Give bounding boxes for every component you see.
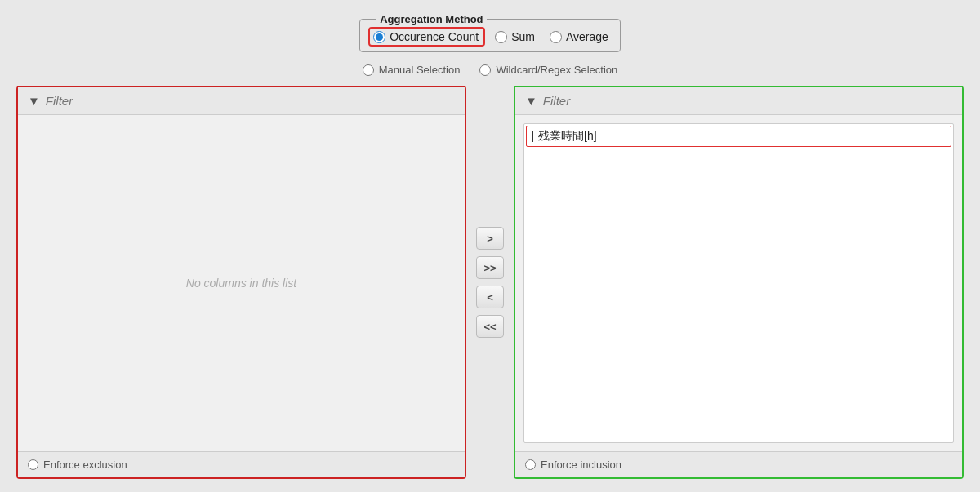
right-filter-input[interactable]: [543, 94, 952, 108]
selection-row: Manual Selection Wildcard/Regex Selectio…: [363, 64, 618, 76]
panels-area: ▼ No columns in this list Enforce exclus…: [16, 86, 964, 479]
list-item[interactable]: 残業時間[h]: [526, 126, 951, 147]
aggregation-radio-group: Occurence Count Sum Average: [372, 29, 608, 45]
selection-manual-input[interactable]: [363, 64, 374, 76]
selection-wildcard-input[interactable]: [479, 64, 491, 76]
left-empty-label: No columns in this list: [186, 277, 296, 290]
radio-sum-label: Sum: [511, 30, 535, 43]
right-panel-footer: Enforce inclusion: [515, 451, 962, 477]
aggregation-section: Aggregation Method Occurence Count Sum A…: [359, 13, 621, 52]
radio-sum[interactable]: Sum: [495, 30, 535, 43]
aggregation-fieldset: Aggregation Method Occurence Count Sum A…: [359, 13, 621, 52]
radio-occurrence-input[interactable]: [373, 31, 385, 43]
radio-average[interactable]: Average: [550, 30, 608, 43]
left-panel-footer: Enforce exclusion: [18, 451, 465, 477]
selection-wildcard[interactable]: Wildcard/Regex Selection: [479, 64, 617, 76]
right-panel: ▼ 残業時間[h] Enforce inclusion: [514, 86, 964, 479]
enforce-exclusion-label: Enforce exclusion: [43, 459, 127, 471]
middle-buttons: > >> < <<: [466, 86, 514, 479]
move-all-left-button[interactable]: <<: [476, 315, 504, 338]
left-filter-header: ▼: [18, 87, 465, 115]
list-item-text: 残業時間[h]: [538, 129, 597, 144]
left-panel: ▼ No columns in this list Enforce exclus…: [16, 86, 466, 479]
selection-manual[interactable]: Manual Selection: [363, 64, 461, 76]
radio-average-label: Average: [566, 30, 608, 43]
right-list-box[interactable]: 残業時間[h]: [523, 123, 954, 443]
enforce-inclusion-label: Enforce inclusion: [541, 459, 621, 471]
right-filter-icon: ▼: [525, 94, 537, 108]
cursor-bar: [532, 131, 533, 142]
selection-manual-label: Manual Selection: [379, 64, 461, 76]
radio-occurrence[interactable]: Occurence Count: [368, 27, 485, 47]
move-all-right-button[interactable]: >>: [476, 256, 504, 279]
radio-sum-input[interactable]: [495, 31, 507, 43]
right-panel-content: 残業時間[h]: [515, 115, 962, 451]
right-filter-header: ▼: [515, 87, 962, 115]
left-filter-input[interactable]: [46, 94, 455, 108]
aggregation-legend: Aggregation Method: [376, 13, 486, 25]
radio-occurrence-label: Occurence Count: [390, 30, 479, 43]
radio-average-input[interactable]: [550, 31, 562, 43]
enforce-inclusion-radio[interactable]: [525, 459, 536, 470]
left-panel-content: No columns in this list: [18, 115, 465, 451]
move-left-button[interactable]: <: [476, 286, 504, 308]
move-right-button[interactable]: >: [476, 227, 504, 250]
selection-wildcard-label: Wildcard/Regex Selection: [496, 64, 617, 76]
enforce-exclusion-radio[interactable]: [28, 459, 38, 470]
left-filter-icon: ▼: [28, 94, 40, 108]
